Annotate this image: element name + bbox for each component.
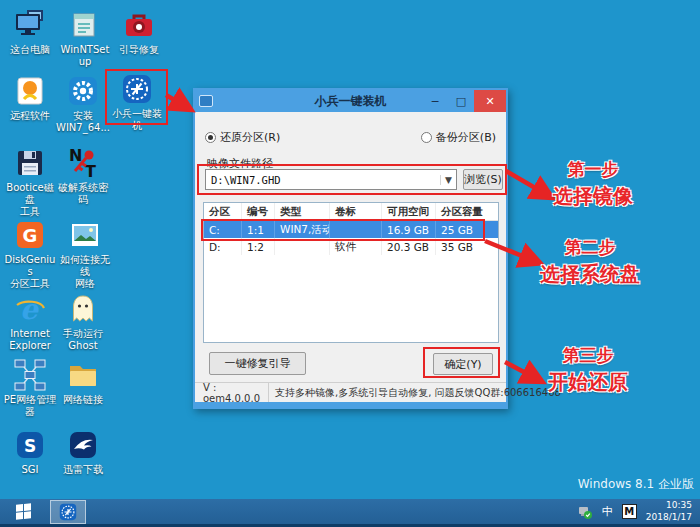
annotation-step-1: 第一步 选择镜像: [528, 158, 658, 210]
radio-restore-label: 还原分区(R): [220, 130, 280, 145]
desktop: { "colors": { "desktop_bg": "#1e95cc", "…: [0, 0, 700, 527]
browse-button[interactable]: 浏览(S): [463, 169, 503, 190]
annotation-step-2: 第二步 选择系统盘: [525, 236, 655, 288]
version-text: V : oem4.0.0.0: [195, 383, 269, 402]
desktop-icon-network-links[interactable]: 网络链接: [56, 358, 110, 406]
desktop-icon-remote-software[interactable]: 远程软件: [3, 74, 57, 122]
sgi-icon: S: [13, 428, 47, 462]
cell: 20.3 GB: [382, 238, 436, 255]
cell: 1:1: [242, 221, 275, 238]
desktop-icon-password-crack[interactable]: NT 破解系统密码: [56, 146, 110, 206]
icon-label: 引导修复: [119, 44, 159, 56]
thunder-bird-icon: [66, 428, 100, 462]
icon-label: Bootice磁盘 工具: [3, 182, 57, 218]
cell: 1:2: [242, 238, 275, 255]
taskbar-clock[interactable]: 10:35 2018/1/17: [646, 500, 692, 523]
arrow-icon-to-window: [166, 95, 188, 108]
icon-label: 手动运行 Ghost: [63, 328, 103, 352]
desktop-icon-diskgenius[interactable]: G DiskGenius 分区工具: [3, 218, 57, 290]
cell: [275, 238, 330, 255]
maximize-button[interactable]: □: [448, 90, 474, 112]
cell: D:: [204, 238, 242, 255]
arrow-step1: [506, 171, 549, 196]
desktop-icon-wifi-guide[interactable]: 如何连接无线 网络: [58, 218, 112, 290]
radio-backup-label: 备份分区(B): [436, 130, 496, 145]
table-header-row: 分区 编号 类型 卷标 可用空间 分区容量: [204, 203, 498, 221]
desktop-icon-xiaobing-installer[interactable]: 小兵一键装机: [108, 72, 166, 132]
radio-unselected-icon: [421, 132, 432, 143]
step2-subtitle: 选择系统盘: [525, 261, 655, 288]
window-client-area: 还原分区(R) 备份分区(B) 映像文件路径 D:\WIN7.GHD ▼ 浏览(…: [195, 112, 506, 402]
svg-text:G: G: [23, 225, 38, 246]
window-icon: [199, 95, 213, 107]
radio-restore-partition[interactable]: 还原分区(R): [205, 130, 280, 145]
desktop-icon-bootice[interactable]: Bootice磁盘 工具: [3, 146, 57, 218]
svg-text:N: N: [69, 146, 82, 165]
cell: [330, 221, 382, 238]
ie-icon: e: [13, 292, 47, 326]
window-titlebar[interactable]: 小兵一键装机 − □ ✕: [195, 90, 506, 112]
xiaobing-logo-icon: [120, 72, 154, 106]
toolbox-icon: [122, 8, 156, 42]
desktop-icon-ghost[interactable]: 手动运行 Ghost: [56, 292, 110, 352]
cell: C:: [204, 221, 242, 238]
clock-date: 2018/1/17: [646, 512, 692, 523]
cell: 25 GB: [436, 221, 484, 238]
system-tray: 中 M 10:35 2018/1/17: [577, 499, 700, 524]
icon-label: Internet Explorer: [9, 328, 51, 352]
hardware-eject-icon[interactable]: [577, 504, 593, 520]
header-free-space[interactable]: 可用空间: [382, 203, 436, 220]
nt-key-icon: NT: [66, 146, 100, 180]
icon-label: 远程软件: [10, 110, 50, 122]
table-row-d[interactable]: D: 1:2 软件 20.3 GB 35 GB: [204, 238, 498, 255]
desktop-icon-xunlei[interactable]: 迅雷下载: [56, 428, 110, 476]
header-partition[interactable]: 分区: [204, 203, 242, 220]
desktop-icon-install-win7[interactable]: 安装 WIN7_64...: [56, 74, 110, 134]
icon-label: 小兵一键装机: [108, 108, 166, 132]
status-message: 支持多种镜像,多系统引导自动修复, 问题反馈QQ群:606616468: [269, 386, 567, 400]
radio-selected-icon: [205, 132, 216, 143]
taskbar-app-xiaobing[interactable]: [50, 500, 86, 524]
ghost-icon: [66, 292, 100, 326]
svg-text:e: e: [20, 293, 40, 326]
ime-mode-icon[interactable]: M: [622, 504, 637, 519]
cell: 软件: [330, 238, 382, 255]
icon-label: 网络链接: [63, 394, 103, 406]
image-path-combobox[interactable]: D:\WIN7.GHD ▼: [205, 169, 457, 190]
network-nodes-icon: [13, 358, 47, 392]
chevron-down-icon[interactable]: ▼: [440, 175, 456, 185]
header-type[interactable]: 类型: [275, 203, 330, 220]
diskgenius-icon: G: [13, 218, 47, 252]
floppy-disk-icon: [13, 146, 47, 180]
desktop-icon-pe-network-manager[interactable]: PE网络管理器: [3, 358, 57, 418]
desktop-icon-this-pc[interactable]: 这台电脑: [3, 8, 57, 56]
header-number[interactable]: 编号: [242, 203, 275, 220]
step2-title: 第二步: [525, 236, 655, 259]
ok-button[interactable]: 确定(Y): [433, 353, 493, 375]
header-volume-label[interactable]: 卷标: [330, 203, 382, 220]
gear-app-icon: [66, 74, 100, 108]
header-capacity[interactable]: 分区容量: [436, 203, 484, 220]
icon-label: DiskGenius 分区工具: [3, 254, 57, 290]
clock-time: 10:35: [646, 500, 692, 511]
input-language-indicator[interactable]: 中: [602, 504, 613, 519]
installer-window: 小兵一键装机 − □ ✕ 还原分区(R) 备份分区(B) 映像文件路径 D:\W…: [193, 88, 508, 409]
status-bar: V : oem4.0.0.0 支持多种镜像,多系统引导自动修复, 问题反馈QQ群…: [195, 382, 506, 402]
icon-label: WinNTSetup: [58, 44, 112, 68]
icon-label: 安装 WIN7_64...: [56, 110, 110, 134]
repair-boot-button[interactable]: 一键修复引导: [209, 352, 306, 375]
remote-app-icon: [13, 74, 47, 108]
radio-backup-partition[interactable]: 备份分区(B): [421, 130, 496, 145]
table-row-c[interactable]: C: 1:1 WIN7,活动 16.9 GB 25 GB: [204, 221, 498, 238]
desktop-icon-winntsetup[interactable]: WinNTSetup: [58, 8, 112, 68]
cell: 35 GB: [436, 238, 484, 255]
desktop-icon-internet-explorer[interactable]: e Internet Explorer: [3, 292, 57, 352]
close-button[interactable]: ✕: [474, 90, 506, 112]
minimize-button[interactable]: −: [422, 90, 448, 112]
start-button[interactable]: [0, 499, 46, 524]
windows-version-watermark: Windows 8.1 企业版: [578, 476, 694, 493]
desktop-icon-boot-repair[interactable]: 引导修复: [112, 8, 166, 56]
desktop-icon-sgi[interactable]: S SGI: [3, 428, 57, 476]
step1-title: 第一步: [528, 158, 658, 181]
arrow-step3: [505, 362, 539, 380]
